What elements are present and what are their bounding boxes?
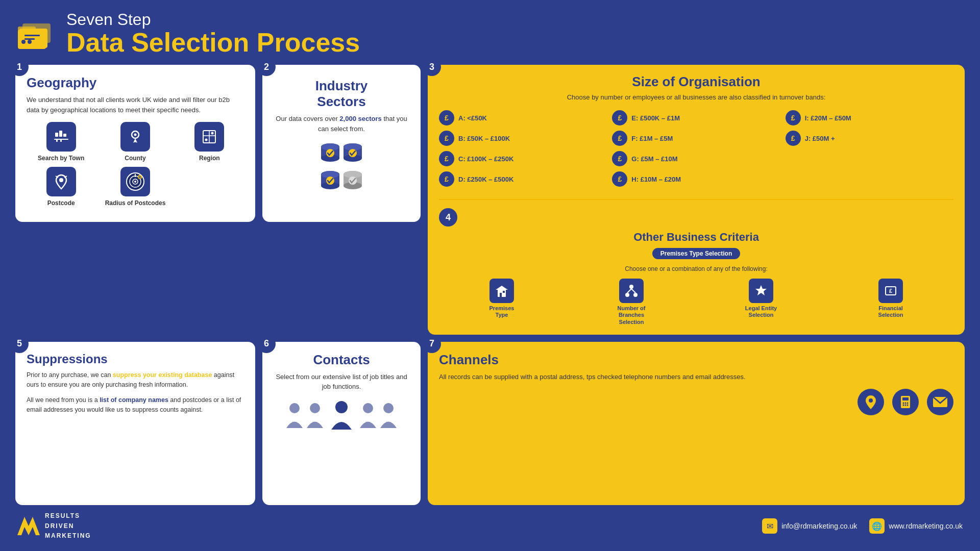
footer-email: ✉ info@rdmarketing.co.uk [762, 518, 857, 534]
band-G-icon: £ [612, 151, 627, 166]
email-footer-icon: ✉ [762, 518, 777, 534]
svg-rect-4 [24, 35, 40, 36]
email-channel-icon [927, 389, 953, 415]
main-container: Seven Step Data Selection Process 1 Geog… [0, 0, 980, 551]
footer-brand-text: RESULTS DRIVEN MARKETING [45, 511, 91, 541]
footer-logo: RESULTS DRIVEN MARKETING [17, 511, 91, 541]
step4-premises-badge: Premises Type Selection [652, 248, 741, 259]
svg-point-15 [134, 134, 136, 136]
legal-entity-icon [749, 279, 773, 303]
step6-description: Select from our extensive list of job ti… [274, 372, 409, 392]
step1-card: 1 Geography We understand that not all c… [15, 65, 255, 222]
branches-icon [619, 279, 644, 303]
svg-marker-52 [496, 286, 508, 290]
svg-point-7 [28, 40, 32, 44]
band-I: £ I: £20M – £50M [786, 110, 953, 126]
band-D: £ D: £250K – £500K [439, 171, 607, 187]
step3-title: Size of Organisation [439, 74, 953, 90]
svg-point-67 [383, 403, 394, 413]
svg-point-73 [907, 403, 909, 404]
band-F: £ F: £1M – £5M [612, 131, 780, 146]
svg-point-56 [625, 293, 629, 297]
contacts-svg [285, 400, 398, 431]
svg-marker-60 [755, 285, 767, 295]
branches-label: Number ofBranchesSelection [618, 305, 646, 325]
svg-rect-12 [56, 140, 58, 142]
criteria-premises: PremisesType [439, 279, 565, 325]
step4-section: 4 Other Business Criteria Premises Type … [439, 199, 953, 325]
svg-rect-9 [59, 131, 62, 137]
band-C-icon: £ [439, 151, 454, 166]
step2-card: 2 IndustrySectors Our data covers over 2… [262, 65, 421, 222]
band-F-icon: £ [612, 131, 627, 146]
step5-title: Suppressions [27, 352, 244, 366]
geo-region: Region [175, 122, 244, 162]
band-I-icon: £ [786, 110, 801, 126]
header-subtitle: Seven Step [66, 10, 360, 29]
band-H: £ H: £10M – £20M [612, 171, 780, 187]
contact-person-icons [274, 400, 409, 431]
criteria-financial: £ FinancialSelection [828, 279, 953, 325]
svg-rect-10 [63, 134, 66, 137]
footer-email-text: info@rdmarketing.co.uk [781, 522, 857, 530]
svg-point-76 [907, 405, 909, 406]
step5-para2: All we need from you is a list of compan… [27, 395, 244, 415]
band-H-icon: £ [612, 171, 627, 187]
svg-point-55 [629, 285, 633, 289]
step4-badge: 4 [439, 208, 457, 227]
step3-card: 3 Size of Organisation Choose by number … [428, 65, 965, 335]
step4-criteria: PremisesType [439, 279, 953, 325]
rdm-logo-icon [17, 517, 40, 535]
svg-point-63 [289, 403, 300, 413]
step7-badge: 7 [423, 335, 441, 353]
radius-icon: R [120, 167, 150, 196]
footer-website: 🌐 www.rdmarketing.co.uk [869, 518, 963, 534]
band-H-label: H: £10M – £20M [631, 176, 681, 183]
band-G-label: G: £5M – £10M [631, 155, 677, 163]
svg-rect-11 [54, 139, 68, 140]
step3-subtitle: Choose by number or employees or all bus… [439, 93, 953, 102]
location-channel-icon [857, 389, 884, 415]
svg-line-58 [627, 289, 631, 293]
header-text: Seven Step Data Selection Process [66, 10, 360, 56]
svg-point-74 [903, 405, 904, 406]
svg-rect-70 [902, 397, 909, 400]
header: Seven Step Data Selection Process [15, 10, 965, 56]
svg-point-72 [905, 403, 906, 404]
svg-point-19 [211, 132, 214, 135]
geo-county: County [101, 122, 169, 162]
band-B-icon: £ [439, 131, 454, 146]
step2-description: Our data covers over 2,000 sectors that … [274, 114, 409, 134]
svg-point-27 [134, 181, 136, 183]
geo-search-town: Search by Town [27, 122, 95, 162]
radius-label: Radius of Postcodes [105, 199, 166, 207]
geo-radius: R Radius of Postcodes [101, 167, 169, 207]
step3-bands: £ A: <£50K £ E: £500K – £1M £ I: £20M – … [439, 110, 953, 187]
step1-badge: 1 [10, 58, 29, 76]
step6-card: 6 Contacts Select from our extensive lis… [262, 342, 421, 506]
band-J: £ J: £50M + [786, 131, 953, 146]
footer-website-text: www.rdmarketing.co.uk [889, 522, 963, 530]
list-of-company-names: list of company names [100, 396, 168, 404]
footer-contact: ✉ info@rdmarketing.co.uk 🌐 www.rdmarketi… [762, 518, 963, 534]
svg-point-57 [633, 293, 638, 297]
criteria-legal: Legal EntitySelection [698, 279, 824, 325]
band-G: £ G: £5M – £10M [612, 151, 780, 166]
band-J-label: J: £50M + [805, 135, 835, 142]
legal-entity-label: Legal EntitySelection [745, 305, 777, 318]
band-E-label: E: £500K – £1M [631, 114, 680, 122]
globe-footer-icon: 🌐 [869, 518, 885, 534]
step1-description: We understand that not all clients work … [27, 95, 244, 115]
step2-badge: 2 [257, 58, 276, 76]
band-C: £ C: £100K – £250K [439, 151, 607, 166]
criteria-branches: Number ofBranchesSelection [569, 279, 694, 325]
financial-icon: £ [878, 279, 903, 303]
channel-icons [439, 389, 953, 415]
svg-rect-5 [24, 38, 35, 40]
step2-title: IndustrySectors [274, 75, 409, 110]
band-A-label: A: <£50K [458, 114, 487, 122]
header-title: Data Selection Process [66, 29, 360, 56]
band-B-label: B: £50K – £100K [458, 135, 510, 142]
search-town-icon [46, 122, 76, 152]
step5-card: 5 Suppressions Prior to any purchase, we… [15, 342, 255, 506]
